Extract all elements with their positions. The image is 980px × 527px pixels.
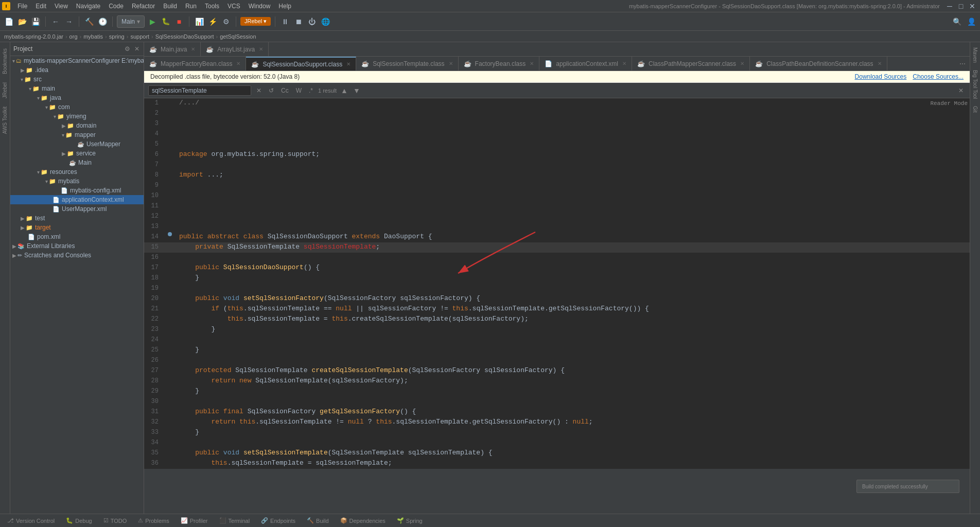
history-btn[interactable]: 🕐 bbox=[97, 16, 108, 27]
bottom-tab-profiler[interactable]: 📈 Profiler bbox=[176, 516, 213, 525]
run-btn[interactable]: ▶ bbox=[147, 16, 158, 27]
tree-target[interactable]: ▶ 📁 target bbox=[10, 223, 144, 232]
tree-main-java[interactable]: ☕ Main bbox=[10, 158, 144, 167]
tab-mapperfactorybean[interactable]: ☕ MapperFactoryBean.class ✕ bbox=[144, 57, 246, 71]
menu-run[interactable]: Run bbox=[181, 2, 201, 11]
tab-classpathscanner[interactable]: ☕ ClassPathMapperScanner.class ✕ bbox=[632, 57, 750, 71]
run-config-selector[interactable]: Main ▾ bbox=[117, 15, 145, 28]
menu-code[interactable]: Code bbox=[104, 2, 128, 11]
menu-build[interactable]: Build bbox=[159, 2, 181, 11]
bottom-tab-endpoints[interactable]: 🔗 Endpoints bbox=[256, 516, 301, 525]
search-prev-btn[interactable]: ▲ bbox=[340, 85, 349, 96]
stop-proc-btn[interactable]: ⏹ bbox=[293, 16, 304, 27]
tree-domain[interactable]: ▶ 📁 domain bbox=[10, 121, 144, 130]
search-clear-btn[interactable]: ✕ bbox=[254, 86, 264, 95]
search-input[interactable] bbox=[148, 85, 251, 96]
tree-mybatis[interactable]: ▾ 📁 mybatis bbox=[10, 177, 144, 186]
tab-classpathbeandef[interactable]: ☕ ClassPathBeanDefinitionScanner.class ✕ bbox=[750, 57, 887, 71]
breadcrumb-spring[interactable]: spring bbox=[109, 33, 125, 40]
search-btn[interactable]: 🔍 bbox=[951, 15, 964, 28]
tree-yimeng[interactable]: ▾ 📁 yimeng bbox=[10, 112, 144, 121]
tree-service[interactable]: ▶ 📁 service bbox=[10, 149, 144, 158]
tree-src[interactable]: ▾ 📁 src bbox=[10, 75, 144, 84]
tree-usermapper-xml[interactable]: 📄 UserMapper.xml bbox=[10, 204, 144, 214]
tree-java[interactable]: ▾ 📁 java bbox=[10, 93, 144, 102]
back-btn[interactable]: ← bbox=[50, 16, 61, 27]
reader-mode-btn[interactable]: Reader Mode bbox=[930, 100, 968, 107]
tree-ext-libs[interactable]: ▶ 📚 External Libraries bbox=[10, 241, 144, 251]
breadcrumb-mybatis[interactable]: mybatis bbox=[83, 33, 103, 40]
menu-tools[interactable]: Tools bbox=[201, 2, 223, 11]
menu-view[interactable]: View bbox=[50, 2, 72, 11]
tab-more-btn[interactable]: ⋯ bbox=[955, 57, 970, 71]
code-editor-scroll[interactable]: 1 /.../ 2 3 4 5 6 package org.mybatis.sp… bbox=[144, 98, 970, 514]
close-btn[interactable]: ✕ bbox=[967, 1, 978, 12]
tree-mybatis-config[interactable]: 📄 mybatis-config.xml bbox=[10, 186, 144, 195]
search-refresh-btn[interactable]: ↺ bbox=[267, 86, 276, 95]
search-word-btn[interactable]: W bbox=[294, 86, 304, 95]
search-regex-btn[interactable]: .* bbox=[307, 86, 315, 95]
bottom-tab-build[interactable]: 🔨 Build bbox=[302, 516, 334, 525]
bottom-tab-problems[interactable]: ⚠ Problems bbox=[133, 516, 174, 525]
forward-btn[interactable]: → bbox=[63, 16, 75, 27]
bottom-tab-terminal[interactable]: ⬛ Terminal bbox=[214, 516, 255, 525]
tree-mapper[interactable]: ▾ 📁 mapper bbox=[10, 130, 144, 139]
sidebar-settings-btn[interactable]: ⚙ bbox=[124, 44, 131, 54]
breadcrumb-org[interactable]: org bbox=[69, 33, 78, 40]
tab-sqlsessiontemplate[interactable]: ☕ SqlSessionTemplate.class ✕ bbox=[356, 57, 458, 71]
save-btn[interactable]: 💾 bbox=[30, 16, 41, 27]
pause-btn[interactable]: ⏸ bbox=[279, 16, 291, 27]
menu-window[interactable]: Window bbox=[244, 2, 275, 11]
menu-file[interactable]: File bbox=[13, 2, 31, 11]
tab-appcontext[interactable]: 📄 applicationContext.xml ✕ bbox=[539, 57, 632, 71]
tree-com[interactable]: ▾ 📁 com bbox=[10, 102, 144, 112]
tree-usermapper[interactable]: ☕ UserMapper bbox=[10, 139, 144, 149]
menu-navigate[interactable]: Navigate bbox=[72, 2, 104, 11]
tab-ssds-close[interactable]: ✕ bbox=[346, 61, 351, 67]
tab-mainjava[interactable]: ☕ Main.java ✕ bbox=[144, 42, 201, 56]
bottom-tab-spring[interactable]: 🌱 Spring bbox=[392, 516, 428, 525]
tree-main[interactable]: ▾ 📁 main bbox=[10, 84, 144, 93]
tab-sst-close[interactable]: ✕ bbox=[449, 61, 453, 66]
bottom-tab-dependencies[interactable]: 📦 Dependencies bbox=[335, 516, 391, 525]
tree-scratches[interactable]: ▶ ✏ Scratches and Consoles bbox=[10, 251, 144, 260]
tree-root[interactable]: ▾ 🗂 mybatis-mapperScannerConfigurer E:\m… bbox=[10, 56, 144, 65]
tree-test[interactable]: ▶ 📁 test bbox=[10, 214, 144, 223]
profile-icon-btn[interactable]: 👤 bbox=[966, 16, 977, 27]
menu-vcs[interactable]: VCS bbox=[223, 2, 244, 11]
tree-appcontext[interactable]: 📄 applicationContext.xml bbox=[10, 195, 144, 204]
tab-fb-close[interactable]: ✕ bbox=[530, 61, 534, 66]
bottom-tab-debug[interactable]: 🐛 Debug bbox=[61, 516, 97, 525]
tree-pom[interactable]: 📄 pom.xml bbox=[10, 232, 144, 241]
profile-btn[interactable]: ⚡ bbox=[207, 16, 218, 27]
breadcrumb-support[interactable]: support bbox=[130, 33, 149, 40]
maximize-btn[interactable]: □ bbox=[955, 1, 967, 12]
tab-sqlsessiondaosupport[interactable]: ☕ SqlSessionDaoSupport.class ✕ bbox=[246, 57, 356, 71]
download-sources-link[interactable]: Download Sources bbox=[855, 73, 907, 80]
search-close-btn[interactable]: ✕ bbox=[956, 86, 966, 95]
right-panel-git[interactable]: Git bbox=[972, 103, 978, 116]
open-btn[interactable]: 📂 bbox=[16, 16, 28, 27]
bottom-tab-todo[interactable]: ☑ TODO bbox=[98, 516, 132, 525]
breadcrumb-method[interactable]: getSqlSession bbox=[220, 33, 256, 40]
breadcrumb-class[interactable]: SqlSessionDaoSupport bbox=[155, 33, 214, 40]
build-btn[interactable]: 🔨 bbox=[83, 16, 95, 27]
tab-arraylist-close[interactable]: ✕ bbox=[259, 46, 263, 52]
stop-btn[interactable]: ■ bbox=[173, 16, 185, 27]
debug-btn[interactable]: 🐛 bbox=[160, 16, 171, 27]
menu-help[interactable]: Help bbox=[274, 2, 295, 11]
left-tab-jrebel[interactable]: JRebel bbox=[2, 78, 8, 102]
tab-cpbd-close[interactable]: ✕ bbox=[878, 61, 882, 66]
tab-ac-close[interactable]: ✕ bbox=[622, 61, 626, 66]
power-btn[interactable]: ⏻ bbox=[306, 16, 318, 27]
coverage-btn[interactable]: 📊 bbox=[194, 16, 205, 27]
sidebar-close-btn[interactable]: ✕ bbox=[133, 44, 141, 54]
tab-factorybean[interactable]: ☕ FactoryBean.class ✕ bbox=[459, 57, 540, 71]
tab-mfb-close[interactable]: ✕ bbox=[236, 61, 240, 66]
breadcrumb-jar[interactable]: mybatis-spring-2.0.0.jar bbox=[4, 33, 63, 40]
menu-edit[interactable]: Edit bbox=[31, 2, 50, 11]
settings-btn[interactable]: ⚙ bbox=[220, 16, 232, 27]
right-panel-maven[interactable]: Maven bbox=[972, 44, 978, 66]
choose-sources-link[interactable]: Choose Sources... bbox=[913, 73, 964, 80]
menu-refactor[interactable]: Refactor bbox=[128, 2, 159, 11]
